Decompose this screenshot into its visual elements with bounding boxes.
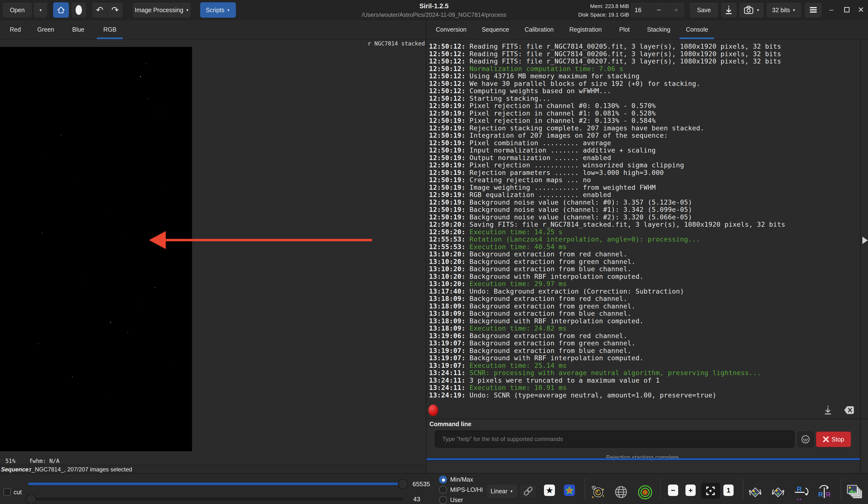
undo-icon: ↶ (96, 5, 103, 15)
star-point (74, 181, 75, 182)
maximize-button[interactable] (841, 4, 852, 16)
radio-user[interactable] (439, 496, 447, 504)
active-tab-underline (97, 38, 123, 39)
console-line: 12:50:19: Rejection stacking complete. 2… (429, 124, 860, 132)
hamburger-menu-button[interactable] (805, 2, 822, 18)
image-processing-label: Image Processing (135, 7, 183, 14)
redo-button[interactable]: ↷ (107, 2, 123, 18)
zoom-value[interactable]: 16 (630, 2, 650, 18)
tab-calibration[interactable]: Calibration (524, 20, 554, 39)
lo-slider-track[interactable] (30, 498, 403, 500)
target-selection-button[interactable] (637, 485, 653, 500)
tab-sequence[interactable]: Sequence (481, 20, 509, 39)
open-button[interactable]: Open (2, 2, 32, 18)
open-recent-dropdown[interactable]: ▼ (33, 2, 48, 18)
console-line: 13:24:11: Execution time: 10.91 ms (429, 384, 860, 392)
sequence-value: r_NGC7814_, 207/207 images selected (30, 466, 132, 473)
tab-plot[interactable]: Plot (618, 20, 631, 39)
console-line: 12:50:12: We have 30 parallel blocks of … (429, 80, 860, 88)
star-point (160, 112, 161, 113)
tab-red[interactable]: Red (6, 20, 24, 39)
save-button[interactable]: Save (689, 2, 719, 18)
zoom-in-button[interactable]: + (685, 485, 696, 496)
home-icon (56, 5, 66, 15)
radio-mips-lohi[interactable] (439, 486, 447, 494)
zoom-spinbox: 16 − + (630, 2, 685, 18)
image-stack-icon (845, 485, 863, 500)
hi-slider-track[interactable] (28, 482, 403, 485)
one-to-one-icon: 1 (723, 485, 734, 496)
flip-horizontal-button[interactable]: R R (816, 485, 832, 500)
svg-text:R: R (797, 497, 802, 500)
tab-blue[interactable]: Blue (69, 20, 88, 39)
console-pane: 12:50:12: Reading FITS: file r_NGC7814_0… (426, 40, 868, 473)
download-icon (724, 5, 733, 15)
chevron-down-icon: ▼ (756, 8, 760, 12)
hi-slider-handle[interactable] (398, 479, 408, 489)
home-button[interactable] (53, 2, 69, 18)
pane-expander-arrow[interactable] (862, 237, 868, 244)
undo-button[interactable]: ↶ (92, 2, 107, 18)
command-helper-button[interactable] (797, 432, 814, 447)
zoom-one-to-one-button[interactable]: 1 (723, 485, 734, 496)
snapshot-button[interactable]: ▼ (739, 2, 764, 18)
radio-minmax[interactable] (439, 475, 447, 484)
console-line: 12:50:20: Execution time: 14.25 s (429, 229, 860, 236)
star-point (155, 287, 155, 288)
fit-to-window-button[interactable] (701, 483, 720, 499)
radio-minmax-label: Min/Max (450, 476, 473, 483)
rotate-left-icon (747, 485, 763, 500)
scripts-menu[interactable]: Scripts▼ (200, 2, 236, 18)
rotate-right-button[interactable] (770, 485, 786, 500)
tab-conversion[interactable]: Conversion (435, 20, 467, 39)
tab-console[interactable]: Console (685, 20, 709, 39)
stop-button[interactable]: Stop (816, 432, 851, 447)
record-button[interactable] (71, 2, 86, 18)
cut-checkbox[interactable] (3, 488, 11, 496)
star-point (140, 76, 141, 77)
record-oval-icon (75, 4, 83, 16)
minimize-button[interactable]: – (826, 4, 837, 16)
image-processing-menu[interactable]: Image Processing▼ (133, 2, 191, 18)
save-as-button[interactable] (721, 2, 737, 18)
export-log-button[interactable] (823, 405, 833, 416)
console-line: 12:55:53: Rotation (Lanczos4 interpolati… (429, 236, 860, 243)
zoom-out-button[interactable]: − (668, 485, 678, 496)
star-point (106, 399, 107, 400)
lo-slider-handle[interactable] (26, 494, 36, 504)
console-line: 13:17:40: Undo: Background extraction (C… (429, 288, 860, 295)
console-log[interactable]: 12:50:12: Reading FITS: file r_NGC7814_0… (429, 43, 860, 400)
minus-icon: − (668, 485, 678, 496)
star-point (110, 322, 111, 323)
astrometry-annotation-button[interactable] (613, 485, 629, 500)
open-button-label: Open (10, 7, 24, 14)
star-point (38, 343, 38, 344)
toolbar-separator (840, 478, 841, 500)
toolbar-separator (743, 478, 743, 500)
sequence-image-list-button[interactable] (845, 485, 863, 500)
photometric-calibration-button[interactable] (591, 485, 605, 499)
rotate-left-button[interactable] (747, 485, 763, 500)
console-line: 12:50:12: Normalization computation time… (429, 65, 860, 73)
zoom-increase-button[interactable]: + (668, 2, 685, 18)
false-color-star-icon (564, 485, 575, 496)
channel-link-button[interactable] (520, 484, 537, 498)
clear-console-button[interactable] (844, 405, 854, 416)
close-button[interactable]: ✕ (856, 4, 866, 16)
fwhm-readout: fwhm: N/A (29, 458, 60, 464)
flip-vertical-button[interactable]: R R (793, 485, 809, 500)
tab-registration[interactable]: Registration (570, 20, 601, 39)
tab-rgb[interactable]: RGB (99, 20, 121, 39)
zoom-decrease-button[interactable]: − (650, 2, 667, 18)
tab-green[interactable]: Green (34, 20, 58, 39)
negative-view-button[interactable]: ★ (544, 485, 555, 496)
command-line-area: Command line Stop Rejection stacking com… (426, 419, 868, 473)
console-line: 12:50:19: Pixel rejection in channel #2:… (429, 117, 860, 124)
bit-depth-dropdown[interactable]: 32 bits▼ (766, 2, 802, 18)
command-input[interactable] (435, 431, 794, 447)
memory-usage: Mem: 223.8 MiB (552, 3, 629, 10)
tab-stacking[interactable]: Stacking (647, 20, 671, 39)
console-line: 13:19:07: Execution time: 25.14 ms (429, 362, 860, 370)
display-mode-dropdown[interactable]: Linear▼ (486, 484, 518, 498)
false-color-button[interactable] (564, 485, 575, 496)
